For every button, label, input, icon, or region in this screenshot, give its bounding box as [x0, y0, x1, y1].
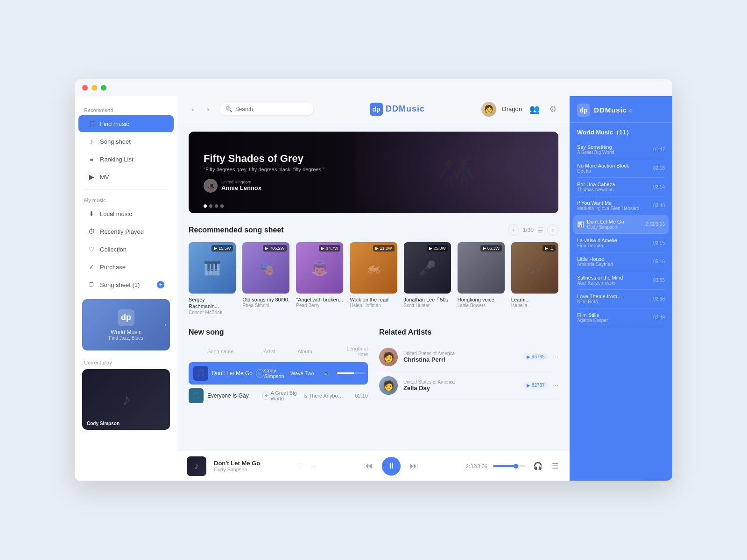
player-artist: Cody Simpson	[214, 467, 289, 472]
sheet-card-0[interactable]: 🎹 ▶ 15.5W Sergey Rachmanin... Connor McB…	[189, 242, 236, 315]
th-song-name: Song name	[189, 349, 264, 354]
notification-button[interactable]: 👥	[528, 102, 542, 116]
prev-sheet-button[interactable]: ‹	[508, 224, 519, 236]
sidebar-item-song-sheet[interactable]: ♪ Song sheet	[78, 133, 174, 150]
sheet-card-2[interactable]: 👼 ▶ 14.7W "Angel with broken... Pearl Be…	[296, 242, 343, 315]
dot-3[interactable]	[215, 204, 218, 208]
headphone-button[interactable]: 🎧	[531, 460, 544, 472]
artist-row-0[interactable]: 🧑 United States of America Christina Per…	[379, 343, 558, 371]
sidebar-item-purchase[interactable]: ✓ Purchase	[78, 259, 174, 275]
volume-bar[interactable]	[493, 465, 526, 467]
dot-4[interactable]	[220, 204, 224, 208]
sheet-artist-2: Pearl Berry	[296, 303, 343, 308]
prev-button[interactable]: ⏮	[364, 461, 373, 471]
dot-2[interactable]	[209, 204, 212, 208]
player-like-button[interactable]: ♡	[296, 461, 303, 471]
pause-button[interactable]: ⏸	[382, 457, 401, 476]
artist-more-0-button[interactable]: ···	[552, 353, 558, 361]
player-time: 2:32/3:06	[466, 463, 487, 469]
user-avatar: 🧑	[481, 102, 496, 117]
bottom-player: ♪ Don't Let Me Go Cody Simpson ♡ ··· ⏮ ⏸…	[177, 451, 570, 481]
rp-song-2[interactable]: Por Una Cabeza Thomas Newman 02:14	[577, 178, 665, 196]
app-logo-icon: dp	[370, 103, 383, 116]
rp-song-1[interactable]: No More Auction Block Odetta 02:18	[577, 159, 665, 178]
sheet-card-6[interactable]: 🎶 ▶ ... Learni... Isabella	[511, 242, 558, 315]
sidebar-item-song-sheet-1[interactable]: 🗒 Song sheet (1) +	[78, 276, 174, 293]
forward-button[interactable]: ›	[204, 103, 212, 115]
rp-song-name-0: Say Something	[577, 144, 649, 150]
world-music-arrow-icon: ›	[164, 322, 166, 328]
add-song-sheet-button[interactable]: +	[157, 281, 164, 288]
current-play-thumbnail[interactable]: ♪ Cody Simpson	[82, 369, 170, 430]
recommended-title: Recommended song sheet	[189, 226, 284, 234]
note-icon: ♪	[88, 138, 95, 145]
sidebar-label-local-music: Local music	[100, 210, 132, 217]
sheet-card-3[interactable]: 🏍 ▶ 11.0W Walk on the road Helen Hoffman	[350, 242, 397, 315]
rp-song-name-6: Little House	[577, 256, 649, 262]
user-name: Dragon	[502, 105, 522, 112]
world-music-card[interactable]: dp World Music Find Jazz, Blues ›	[82, 299, 170, 350]
rp-song-name-3: If You Want Me	[577, 200, 649, 206]
sheet-count-0: ▶ 15.5W	[211, 245, 233, 252]
rp-song-time-4: 2:32/3:06	[645, 222, 665, 227]
rp-song-list: Say Something A Great Big World 01:47 No…	[570, 140, 672, 481]
settings-button[interactable]: ⚙	[547, 102, 558, 116]
maximize-button[interactable]	[101, 85, 106, 91]
song-row-0[interactable]: 🎵 Don't Let Me Go + Cody Simpson Wave Tw…	[189, 362, 368, 385]
user-area: 🧑 Dragon 👥 ⚙	[481, 102, 558, 117]
heart-icon: ♡	[88, 245, 95, 253]
sidebar-item-mv[interactable]: ▶ MV	[78, 168, 174, 185]
minimize-button[interactable]	[92, 85, 97, 91]
rp-song-7[interactable]: Stillness of the Mind Abel Kaczennwski 0…	[577, 271, 665, 290]
artist-country-0: United States of America	[403, 351, 523, 356]
playlist-button[interactable]: ☰	[550, 460, 560, 472]
hero-artist-name: Annie Lennox	[221, 184, 261, 191]
rp-song-9[interactable]: Film Stills Agatha Kaspar 02:49	[577, 308, 665, 327]
sheet-thumb-3: 🏍 ▶ 11.0W	[350, 242, 397, 294]
sidebar-label-mv: MV	[100, 174, 109, 181]
song-row-1[interactable]: 🎵 Everyone Is Gay + A Great Big World Is…	[189, 385, 368, 407]
sheet-card-4[interactable]: 🎤 ▶ 25.8W Jonathan Lee「50」 Scott Hunter	[404, 242, 451, 315]
artist-more-1-button[interactable]: ···	[552, 381, 558, 390]
rp-song-5[interactable]: La valse d'Amélie Finn Tiernan 02:15	[577, 234, 665, 252]
sidebar-item-local-music[interactable]: ⬇ Local music	[78, 205, 174, 222]
dot-1[interactable]	[204, 204, 207, 208]
new-song-title: New song	[189, 328, 224, 336]
sidebar-label-song-sheet: Song sheet	[100, 138, 131, 145]
rp-song-name-9: Film Stills	[577, 312, 649, 318]
artist-plays-1: ▶ 82737	[523, 382, 549, 389]
sheet-card-5[interactable]: 🎵 ▶ 65.3W Hongkong voice Lattie Bowers	[458, 242, 505, 315]
artist-plays-0: ▶ 96765	[523, 353, 549, 360]
rp-song-3[interactable]: If You Want Me Marketa Irglova Glen Hans…	[577, 196, 665, 215]
search-icon: 🔍	[226, 106, 233, 112]
rp-song-artist-2: Thomas Newman	[577, 187, 649, 192]
rp-song-8[interactable]: Love Theme from ... Nino Rota 02:38	[577, 290, 665, 308]
rp-song-0[interactable]: Say Something A Great Big World 01:47	[577, 140, 665, 159]
search-input[interactable]	[235, 106, 308, 112]
back-button[interactable]: ‹	[189, 103, 197, 115]
sidebar-divider	[84, 189, 168, 190]
rp-song-6[interactable]: Little House Amanda Seyfried 05:16	[577, 252, 665, 271]
sidebar-item-ranking-list[interactable]: ≡ Ranking List	[78, 151, 174, 168]
sidebar-item-recently-played[interactable]: ⏱ Recently Played	[78, 223, 174, 240]
sheet-thumb-0: 🎹 ▶ 15.5W	[189, 242, 236, 294]
sheet-name-4: Jonathan Lee「50」	[404, 296, 451, 303]
rp-song-4[interactable]: 📊 Don't Let Me Go Cody Simpson 2:32/3:06	[573, 215, 669, 234]
add-song-1-button[interactable]: +	[262, 392, 270, 400]
artist-row-1[interactable]: 🧑 United States of America Zella Day ▶ 8…	[379, 371, 558, 400]
song-artist-1: A Great Big World	[270, 390, 303, 401]
sheet-count-1: ▶ 705.2W	[263, 245, 287, 252]
song-title-0: Don't Let Me Go	[212, 370, 256, 377]
next-sheet-button[interactable]: ›	[547, 224, 558, 236]
add-song-0-button[interactable]: +	[256, 369, 264, 378]
player-more-button[interactable]: ···	[311, 462, 317, 470]
sidebar-item-collection[interactable]: ♡ Collection	[78, 241, 174, 258]
sheet-card-1[interactable]: 🎭 ▶ 705.2W Old songs my 80/90. Rhea Simo…	[242, 242, 289, 315]
player-song-title: Don't Let Me Go	[214, 460, 289, 467]
rp-song-artist-7: Abel Kaczennwski	[577, 280, 649, 286]
sidebar-item-find-music[interactable]: 🎵 Find music	[78, 115, 174, 132]
my-music-section-label: My music	[75, 194, 177, 205]
close-button[interactable]	[82, 85, 88, 91]
rp-song-time-8: 02:38	[653, 296, 665, 301]
next-button[interactable]: ⏭	[410, 461, 418, 471]
